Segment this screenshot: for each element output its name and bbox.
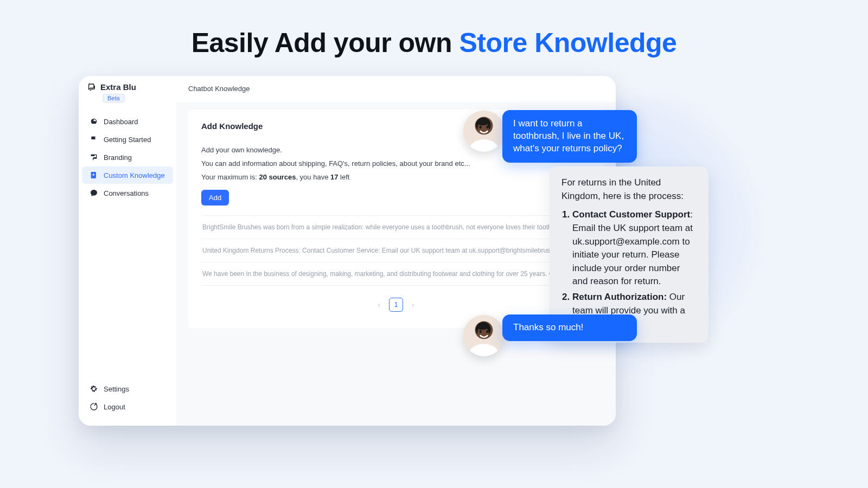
source-count-line: Your maximum is: 20 sources, you have 17…: [201, 173, 591, 181]
chat-user-bubble-1: I want to return a toothbrush, I live in…: [502, 110, 637, 163]
src-suffix: left: [338, 173, 349, 181]
chat-bot-intro: For returns in the United Kingdom, here …: [561, 176, 697, 203]
knowledge-row[interactable]: BrightSmile Brushes was born from a simp…: [201, 215, 591, 239]
sidebar-item-label: Dashboard: [104, 118, 138, 126]
chevron-left-icon[interactable]: ‹: [378, 300, 380, 309]
chat-bot-item1-body: : Email the UK support team at uk.suppor…: [572, 209, 693, 286]
chat-bot-item-2: Return Authorization: Our team will prov…: [572, 291, 697, 317]
sidebar-nav: Dashboard Getting Started Branding: [79, 109, 176, 202]
knowledge-row[interactable]: We have been in the business of designin…: [201, 262, 591, 286]
logout-icon: [90, 402, 98, 411]
src-remaining: 17: [330, 173, 338, 181]
src-prefix: Your maximum is:: [201, 173, 259, 181]
svg-point-7: [480, 330, 482, 333]
chat-bot-item2-title: Return Authorization:: [572, 292, 667, 302]
chat-user-bubble-2: Thanks so much!: [502, 314, 637, 341]
sidebar-item-logout[interactable]: Logout: [82, 398, 173, 415]
chat-bot-item1-title: Contact Customer Support: [572, 209, 690, 220]
knowledge-row[interactable]: United Kingdom Returns Process: Contact …: [201, 239, 591, 262]
chat-bot-item-1: Contact Customer Support: Email the UK s…: [572, 208, 697, 288]
sidebar-item-custom-knowledge[interactable]: Custom Knowledge: [82, 166, 173, 184]
add-knowledge-button[interactable]: Add: [201, 190, 229, 206]
sidebar-item-label: Conversations: [104, 189, 149, 197]
sidebar-item-label: Branding: [104, 153, 132, 162]
chat-bubble-icon: [90, 189, 98, 197]
src-max: 20 sources: [259, 173, 296, 181]
page-title-text: Chatbot Knowledge: [188, 85, 250, 93]
user-avatar: [463, 315, 505, 356]
sidebar-item-label: Logout: [104, 403, 125, 411]
chat-user-text-2: Thanks so much!: [513, 322, 583, 332]
gear-icon: [90, 384, 98, 393]
svg-point-3: [480, 126, 482, 129]
sidebar-item-dashboard[interactable]: Dashboard: [82, 113, 173, 130]
document-plus-icon: [90, 171, 98, 179]
pagination: ‹ 1 ›: [201, 298, 591, 312]
headline-part1: Easily Add your own: [192, 28, 459, 58]
src-mid: , you have: [296, 173, 330, 181]
sidebar: Extra Blu Beta Dashboard Getting Started: [79, 76, 176, 426]
chevron-right-icon[interactable]: ›: [412, 300, 414, 309]
sidebar-item-branding[interactable]: Branding: [82, 149, 173, 166]
pagination-current[interactable]: 1: [389, 298, 403, 312]
sidebar-item-label: Custom Knowledge: [104, 171, 165, 179]
page-headline: Easily Add your own Store Knowledge: [0, 27, 868, 59]
gauge-icon: [90, 117, 98, 126]
sidebar-item-settings[interactable]: Settings: [82, 380, 173, 397]
flag-icon: [90, 135, 98, 144]
sidebar-item-label: Getting Started: [104, 136, 151, 144]
headline-part2: Store Knowledge: [459, 28, 676, 58]
sidebar-item-conversations[interactable]: Conversations: [82, 184, 173, 202]
svg-point-4: [486, 126, 488, 129]
sidebar-item-getting-started[interactable]: Getting Started: [82, 131, 173, 148]
paint-roller-icon: [90, 153, 98, 162]
brand: Extra Blu: [79, 82, 176, 93]
sidebar-item-label: Settings: [104, 385, 129, 393]
user-avatar: [463, 111, 505, 152]
beta-badge: Beta: [103, 94, 125, 102]
brand-logo-icon: [87, 83, 96, 92]
chat-user-text-1: I want to return a toothbrush, I live in…: [513, 118, 624, 153]
brand-name: Extra Blu: [100, 82, 136, 92]
page-title: Chatbot Knowledge: [176, 76, 616, 102]
brand-badge-row: Beta: [79, 93, 176, 109]
svg-point-8: [486, 330, 488, 333]
